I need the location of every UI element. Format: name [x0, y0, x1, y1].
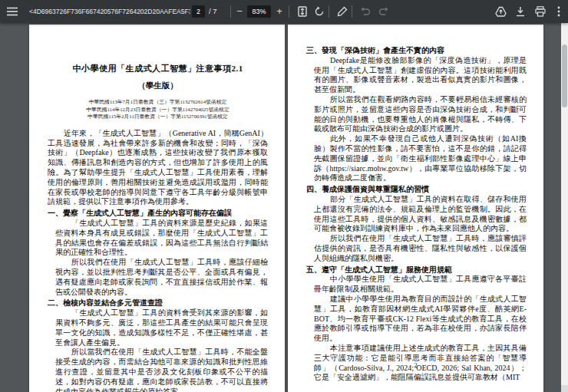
intro-paragraph: 近年來，「生成式人工智慧」（Generative AI，簡稱GenAI）工具迅速… [48, 129, 268, 207]
page-number-footer: 1 [29, 359, 285, 366]
toolbar-divider [352, 5, 352, 18]
pdf-toolbar: <4D6963726F736F667420576F7264202D20AAFEA… [0, 0, 568, 23]
section-paragraph: 建議中小學學生使用為教育目的而設計的「生成式人工智慧」工具，如教育部因材網生成式… [314, 295, 527, 344]
page-number-input[interactable]: 2 [192, 5, 205, 18]
document-heading: 中小學使用「生成式人工智慧」注意事項2.1 [48, 63, 268, 74]
pdf-page-2: 三、發現「深偽技術」會產生不實的內容 Deepfake是能修改臉部影像的「深度偽… [288, 25, 543, 392]
page-number-footer: 2 [288, 362, 543, 369]
toolbar-divider [329, 5, 329, 18]
document-title: <4D6963726F736F667420576F7264202D20AAFEA… [29, 0, 190, 23]
scrollbar-corner [561, 385, 568, 392]
scrollbar-thumb[interactable] [562, 44, 567, 107]
approval-line: 中華民國113年7月1日臺教資（三）字第1132702614號函核定 [48, 98, 268, 106]
fit-page-icon [298, 6, 307, 17]
section-heading: 二、檢核內容並結合多元管道查證 [48, 298, 268, 308]
download-icon [515, 6, 526, 17]
fit-page-button[interactable] [293, 0, 312, 23]
toolbar-divider [289, 5, 289, 18]
download-button[interactable] [511, 0, 530, 23]
page-count-label: / 7 [209, 0, 217, 23]
redo-icon [378, 7, 389, 16]
save-to-drive-icon [495, 6, 507, 17]
rotate-button[interactable] [310, 0, 329, 23]
section-heading: 三、發現「深偽技術」會產生不實的內容 [306, 46, 527, 56]
document-subheading: （學生版） [48, 81, 268, 91]
pdf-page-1: 中小學使用「生成式人工智慧」注意事項2.1 （學生版） 中華民國113年7月1日… [29, 25, 285, 392]
section-paragraph: 所以我們在使用「生成式人工智慧」工具時，應該仔細檢視內容，並以批判性思考判斷其是… [55, 258, 268, 297]
section-paragraph: 中小學學生使用「生成式人工智慧」工具應遵守各平臺註冊年齡限制及相關規範。 [314, 275, 527, 295]
more-options-button[interactable] [550, 0, 568, 23]
menu-icon [7, 7, 18, 16]
pen-icon [337, 6, 348, 17]
section-paragraph: 部分「生成式人工智慧」工具的資料在取得、儲存和使用上都還沒有完備的法令、規範及倫… [314, 195, 527, 234]
section-paragraph: 「生成式人工智慧」工具的資料來源是歷史紀錄，如果這些資料本身具有成見或錯誤，那麼… [55, 219, 268, 258]
zoom-in-button[interactable]: + [273, 0, 286, 23]
zoom-level-input[interactable]: 83% [247, 5, 271, 18]
redo-button[interactable] [375, 0, 393, 23]
approval-line: 中華民國114年12月23日臺教資（一）字第1142704025號函核定 [48, 106, 268, 114]
section-heading: 五、遵守「生成式人工智慧」服務使用規範 [306, 265, 527, 275]
section-paragraph: Deepfake是能修改臉部影像的「深度偽造技術」，原理是使用「生成式人工智慧」… [314, 56, 527, 95]
save-to-drive-button[interactable] [491, 0, 510, 23]
section-heading: 四、養成保護個資與尊重隱私的習慣 [306, 185, 527, 195]
undo-button[interactable] [356, 0, 375, 23]
section-paragraph: 所以當我們在觀看網路內容時，不要輕易相信未經審核的影片或照片，並留意這些內容是否… [314, 95, 527, 134]
rotate-icon [314, 6, 325, 17]
pdf-viewport[interactable]: 中小學使用「生成式人工智慧」注意事項2.1 （學生版） 中華民國113年7月1日… [0, 23, 568, 392]
annotate-button[interactable] [333, 0, 352, 23]
menu-button[interactable] [3, 0, 21, 23]
more-vert-icon [557, 6, 560, 17]
section-paragraph: 此外，如果不幸發現自己或他人遭到深偽技術（如AI換臉）製作不當的性影像，請不要害… [314, 134, 527, 183]
approval-line: 中華民國115年2月11日臺教資（一）字第1152700391號函核定 [48, 113, 268, 120]
toolbar-divider [230, 5, 231, 18]
section-paragraph: 「生成式人工智慧」工具的資料會受到其來源的影響，如果資料不夠多元、廣泛，那這些工… [55, 308, 268, 348]
approval-lines: 中華民國113年7月1日臺教資（三）字第1132702614號函核定 中華民國1… [48, 98, 268, 120]
undo-icon [360, 7, 371, 16]
section-paragraph: 所以當我們在使用「生成式人工智慧」工具時，不能全盤接受生成的內容，而需結合其他可… [55, 348, 268, 392]
print-button[interactable] [531, 0, 550, 23]
zoom-out-button[interactable]: − [233, 0, 246, 23]
print-icon [535, 6, 546, 17]
section-heading: 一、覺察「生成式人工智慧」產生的內容可能存在偏誤 [48, 209, 268, 219]
section-paragraph: 所以我們在使用「生成式人工智慧」工具時，應該審慎評估提供的資訊，是否具有機密性、… [314, 234, 527, 263]
vertical-scrollbar[interactable] [561, 23, 568, 392]
